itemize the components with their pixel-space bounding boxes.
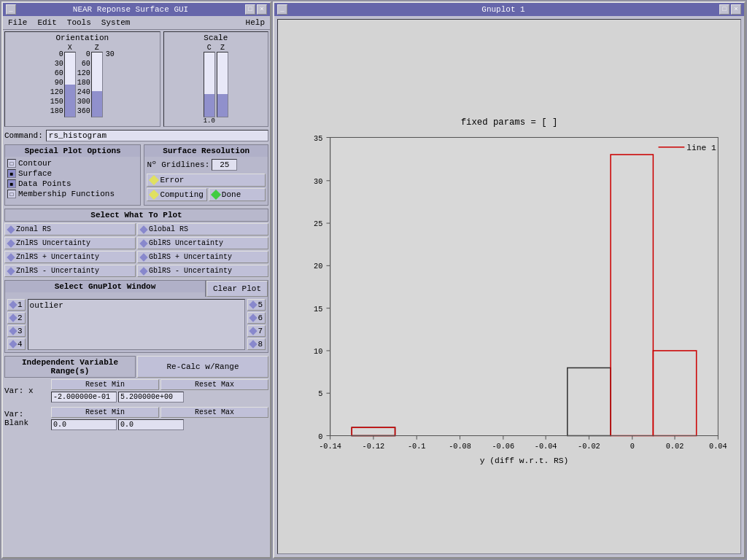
znlrs-uncertainty-button[interactable]: ZnlRS Uncertainty [4,237,136,249]
orient-x-val3: 90 [50,78,63,88]
svg-text:5: 5 [318,389,322,398]
done-button[interactable]: Done [209,188,266,201]
gblrs-unc-label: GblRS Uncertainty [149,239,223,247]
orient-z2-val1: 30 [106,50,115,59]
window-3-button[interactable]: 3 [7,325,26,337]
zonal-rs-button[interactable]: Zonal RS [4,223,136,236]
near-title-bar: _ NEAR Reponse Surface GUI □ × [3,3,270,16]
menu-bar: File Edit Tools System Help [3,16,270,30]
close-icon[interactable]: × [257,4,267,15]
svg-text:15: 15 [314,305,322,314]
error-icon [149,175,159,185]
window-5-button[interactable]: 5 [247,299,266,311]
menu-file[interactable]: File [6,18,29,28]
gblrs-plus-label: GblRS + Uncertainty [149,253,232,261]
computing-label: Computing [160,190,203,199]
menu-tools[interactable]: Tools [65,18,93,28]
menu-edit[interactable]: Edit [35,18,58,28]
legend-label: line 1 [686,144,716,152]
var-x-max-input[interactable] [118,392,184,402]
x-axis-label: y (diff w.r.t. RS) [480,456,568,465]
w2-icon [9,314,17,322]
membership-checkbox[interactable]: □ [7,190,16,198]
gnuplot-window: _ Gnuplot 1 □ × fixed params = [ ] # poi… [273,1,746,559]
svg-text:0.02: 0.02 [666,442,684,451]
var-range-title: Independent Variable Range(s) [4,356,136,378]
var-blank-min-input[interactable] [51,419,117,430]
svg-text:25: 25 [314,219,322,228]
svg-text:30: 30 [314,177,322,186]
w5-label: 5 [258,300,263,309]
var-blank-reset-min[interactable]: Reset Min [51,407,159,418]
gridlines-input[interactable] [212,159,237,171]
gnuplot-subtitle: fixed params = [ ] [461,117,558,128]
orient-z-val2: 120 [77,69,90,78]
global-rs-button[interactable]: Global RS [137,223,268,236]
w5-icon [249,300,258,308]
svg-text:-0.04: -0.04 [535,442,557,451]
var-blank-reset-max[interactable]: Reset Max [160,407,268,418]
options-row: Special Plot Options □ Contour ■ Surface… [4,144,268,206]
gblrs-uncertainty-button[interactable]: GblRS Uncertainty [137,237,268,249]
svg-text:0.04: 0.04 [709,442,727,451]
done-label: Done [222,190,241,199]
w1-icon [9,300,17,308]
svg-text:20: 20 [314,262,322,271]
special-plot-title: Special Plot Options [5,145,140,157]
w8-icon [249,340,258,348]
var-x-reset-max[interactable]: Reset Max [160,379,268,390]
svg-text:35: 35 [314,134,322,143]
var-x-reset-min[interactable]: Reset Min [51,379,159,390]
svg-text:-0.02: -0.02 [578,442,600,451]
error-button[interactable]: Error [147,174,266,187]
var-blank-max-input[interactable] [118,419,184,430]
gnuplot-title: Gnuplot 1 [481,5,525,14]
window-7-button[interactable]: 7 [247,325,266,337]
orient-x-val5: 150 [50,97,63,106]
computing-button[interactable]: Computing [147,188,206,201]
gnuplot-resize-icon[interactable]: □ [719,4,729,15]
orient-x-val6: 180 [50,106,63,116]
computing-icon [149,190,159,200]
orient-z-val4: 240 [77,88,90,97]
gblrs-plus-button[interactable]: GblRS + Uncertainty [137,251,268,263]
orient-z-val6: 360 [77,106,90,116]
resize-icon[interactable]: □ [245,4,255,15]
datapoints-checkbox[interactable]: ■ [7,179,16,188]
w4-icon [9,340,17,348]
var-blank-label: Var: Blank [4,410,48,427]
clear-plot-button[interactable]: Clear Plot [206,281,268,297]
surface-checkbox[interactable]: ■ [7,169,16,178]
gblrs-unc-icon [139,239,147,247]
window-6-button[interactable]: 6 [247,312,266,324]
recalc-button[interactable]: Re-Calc w/Range [137,356,268,378]
znlrs-minus-button[interactable]: ZnlRS - Uncertainty [4,265,136,277]
znlrs-minus-label: ZnlRS - Uncertainty [16,267,99,275]
window-8-button[interactable]: 8 [247,338,266,350]
w1-label: 1 [18,300,23,309]
var-x-min-input[interactable] [51,392,117,402]
menu-help[interactable]: Help [244,18,267,28]
gblrs-minus-button[interactable]: GblRS - Uncertainty [137,265,268,277]
contour-checkbox[interactable]: □ [7,159,16,168]
menu-system[interactable]: System [99,18,133,28]
datapoints-label: Data Points [18,179,71,188]
znlrs-plus-button[interactable]: ZnlRS + Uncertainty [4,251,136,263]
command-input[interactable] [46,130,268,141]
orient-z-val5: 300 [77,97,90,106]
window-2-button[interactable]: 2 [7,312,26,324]
command-section: Command: [4,130,268,141]
minimize-icon[interactable]: _ [6,4,16,15]
window-4-button[interactable]: 4 [7,338,26,350]
gnuplot-close-icon[interactable]: × [731,4,741,15]
contour-row: □ Contour [7,159,138,168]
window-name: outlier [30,301,63,310]
select-plot-section: Select What To Plot Zonal RS Global RS Z… [4,209,268,277]
w2-label: 2 [18,314,23,322]
gblrs-minus-icon [139,267,147,275]
orient-z-val1: 60 [77,59,90,69]
gnuplot-minimize-icon[interactable]: _ [277,4,287,15]
window-1-button[interactable]: 1 [7,299,26,311]
znlrs-plus-label: ZnlRS + Uncertainty [16,253,99,261]
svg-rect-1 [330,137,719,435]
